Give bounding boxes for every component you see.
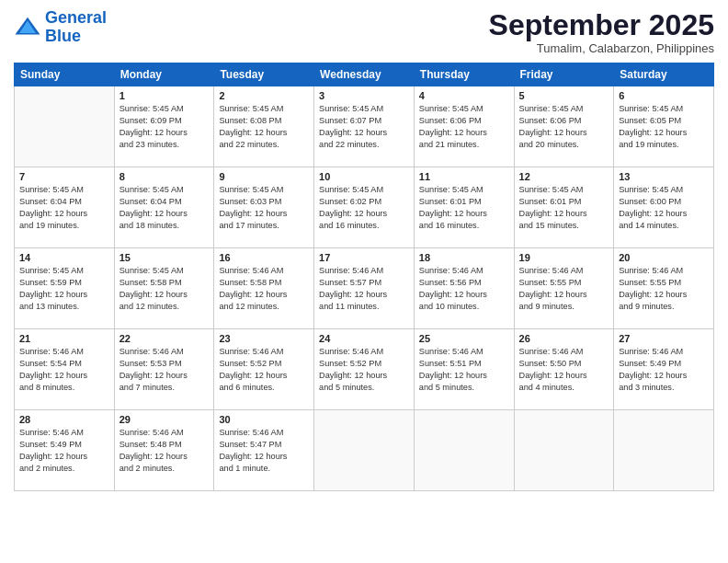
cell-info: Sunrise: 5:46 AMSunset: 5:52 PMDaylight:… (319, 346, 409, 394)
header-friday: Friday (514, 63, 614, 86)
cell-info: Sunrise: 5:45 AMSunset: 6:01 PMDaylight:… (419, 184, 509, 232)
cell-info: Sunrise: 5:45 AMSunset: 6:08 PMDaylight:… (219, 103, 309, 151)
day-number: 5 (519, 90, 609, 101)
calendar-cell (314, 410, 415, 491)
day-number: 1 (119, 90, 210, 101)
day-number: 4 (419, 90, 509, 101)
cell-info: Sunrise: 5:46 AMSunset: 5:56 PMDaylight:… (419, 265, 509, 313)
cell-info: Sunrise: 5:45 AMSunset: 6:00 PMDaylight:… (619, 184, 709, 232)
day-number: 15 (119, 252, 210, 263)
day-number: 13 (619, 171, 709, 182)
header-saturday: Saturday (614, 63, 714, 86)
location: Tumalim, Calabarzon, Philippines (489, 41, 714, 55)
header-wednesday: Wednesday (314, 63, 415, 86)
cell-info: Sunrise: 5:46 AMSunset: 5:53 PMDaylight:… (119, 346, 210, 394)
cell-info: Sunrise: 5:45 AMSunset: 6:07 PMDaylight:… (319, 103, 409, 151)
calendar-cell: 23Sunrise: 5:46 AMSunset: 5:52 PMDayligh… (214, 329, 314, 410)
calendar-cell: 13Sunrise: 5:45 AMSunset: 6:00 PMDayligh… (614, 167, 714, 248)
calendar-cell: 2Sunrise: 5:45 AMSunset: 6:08 PMDaylight… (214, 86, 314, 167)
day-number: 23 (219, 333, 309, 344)
day-number: 8 (119, 171, 210, 182)
day-number: 3 (319, 90, 409, 101)
calendar-cell: 4Sunrise: 5:45 AMSunset: 6:06 PMDaylight… (414, 86, 514, 167)
day-number: 18 (419, 252, 509, 263)
header-monday: Monday (114, 63, 214, 86)
calendar-cell (414, 410, 514, 491)
calendar-cell: 30Sunrise: 5:46 AMSunset: 5:47 PMDayligh… (214, 410, 314, 491)
calendar-cell: 14Sunrise: 5:45 AMSunset: 5:59 PMDayligh… (15, 248, 115, 329)
header-thursday: Thursday (414, 63, 514, 86)
cell-info: Sunrise: 5:45 AMSunset: 6:03 PMDaylight:… (219, 184, 309, 232)
calendar-cell: 26Sunrise: 5:46 AMSunset: 5:50 PMDayligh… (514, 329, 614, 410)
cell-info: Sunrise: 5:45 AMSunset: 5:59 PMDaylight:… (19, 265, 109, 313)
day-number: 2 (219, 90, 309, 101)
cell-info: Sunrise: 5:45 AMSunset: 6:06 PMDaylight:… (519, 103, 609, 151)
cell-info: Sunrise: 5:46 AMSunset: 5:55 PMDaylight:… (619, 265, 709, 313)
calendar-cell: 22Sunrise: 5:46 AMSunset: 5:53 PMDayligh… (114, 329, 214, 410)
day-number: 29 (119, 414, 210, 425)
cell-info: Sunrise: 5:46 AMSunset: 5:51 PMDaylight:… (419, 346, 509, 394)
calendar-cell: 7Sunrise: 5:45 AMSunset: 6:04 PMDaylight… (15, 167, 115, 248)
day-number: 20 (619, 252, 709, 263)
cell-info: Sunrise: 5:45 AMSunset: 6:02 PMDaylight:… (319, 184, 409, 232)
day-number: 11 (419, 171, 509, 182)
calendar-cell: 5Sunrise: 5:45 AMSunset: 6:06 PMDaylight… (514, 86, 614, 167)
header-tuesday: Tuesday (214, 63, 314, 86)
calendar-week-5: 28Sunrise: 5:46 AMSunset: 5:49 PMDayligh… (15, 410, 714, 491)
calendar-cell: 1Sunrise: 5:45 AMSunset: 6:09 PMDaylight… (114, 86, 214, 167)
calendar-cell: 16Sunrise: 5:46 AMSunset: 5:58 PMDayligh… (214, 248, 314, 329)
calendar-cell: 20Sunrise: 5:46 AMSunset: 5:55 PMDayligh… (614, 248, 714, 329)
calendar-cell: 24Sunrise: 5:46 AMSunset: 5:52 PMDayligh… (314, 329, 415, 410)
cell-info: Sunrise: 5:46 AMSunset: 5:58 PMDaylight:… (219, 265, 309, 313)
day-number: 21 (19, 333, 109, 344)
calendar-cell: 17Sunrise: 5:46 AMSunset: 5:57 PMDayligh… (314, 248, 415, 329)
cell-info: Sunrise: 5:46 AMSunset: 5:49 PMDaylight:… (619, 346, 709, 394)
calendar-week-4: 21Sunrise: 5:46 AMSunset: 5:54 PMDayligh… (15, 329, 714, 410)
day-number: 26 (519, 333, 609, 344)
calendar-cell: 11Sunrise: 5:45 AMSunset: 6:01 PMDayligh… (414, 167, 514, 248)
calendar-cell: 9Sunrise: 5:45 AMSunset: 6:03 PMDaylight… (214, 167, 314, 248)
calendar-week-3: 14Sunrise: 5:45 AMSunset: 5:59 PMDayligh… (15, 248, 714, 329)
calendar-header-row: Sunday Monday Tuesday Wednesday Thursday… (15, 63, 714, 86)
cell-info: Sunrise: 5:46 AMSunset: 5:47 PMDaylight:… (219, 427, 309, 475)
cell-info: Sunrise: 5:45 AMSunset: 6:06 PMDaylight:… (419, 103, 509, 151)
month-title: September 2025 (489, 9, 714, 41)
calendar-cell: 3Sunrise: 5:45 AMSunset: 6:07 PMDaylight… (314, 86, 415, 167)
day-number: 22 (119, 333, 210, 344)
day-number: 25 (419, 333, 509, 344)
day-number: 19 (519, 252, 609, 263)
day-number: 28 (19, 414, 109, 425)
cell-info: Sunrise: 5:45 AMSunset: 6:09 PMDaylight:… (119, 103, 210, 151)
calendar-table: Sunday Monday Tuesday Wednesday Thursday… (14, 63, 714, 491)
calendar-cell: 12Sunrise: 5:45 AMSunset: 6:01 PMDayligh… (514, 167, 614, 248)
calendar-cell: 25Sunrise: 5:46 AMSunset: 5:51 PMDayligh… (414, 329, 514, 410)
cell-info: Sunrise: 5:46 AMSunset: 5:55 PMDaylight:… (519, 265, 609, 313)
calendar-cell: 18Sunrise: 5:46 AMSunset: 5:56 PMDayligh… (414, 248, 514, 329)
day-number: 17 (319, 252, 409, 263)
cell-info: Sunrise: 5:46 AMSunset: 5:48 PMDaylight:… (119, 427, 210, 475)
cell-info: Sunrise: 5:46 AMSunset: 5:52 PMDaylight:… (219, 346, 309, 394)
calendar-cell: 27Sunrise: 5:46 AMSunset: 5:49 PMDayligh… (614, 329, 714, 410)
day-number: 14 (19, 252, 109, 263)
calendar-cell: 15Sunrise: 5:45 AMSunset: 5:58 PMDayligh… (114, 248, 214, 329)
day-number: 24 (319, 333, 409, 344)
cell-info: Sunrise: 5:45 AMSunset: 6:04 PMDaylight:… (19, 184, 109, 232)
cell-info: Sunrise: 5:46 AMSunset: 5:54 PMDaylight:… (19, 346, 109, 394)
header-sunday: Sunday (15, 63, 115, 86)
day-number: 9 (219, 171, 309, 182)
calendar-cell (614, 410, 714, 491)
cell-info: Sunrise: 5:45 AMSunset: 5:58 PMDaylight:… (119, 265, 210, 313)
calendar-cell: 19Sunrise: 5:46 AMSunset: 5:55 PMDayligh… (514, 248, 614, 329)
logo-line1: General (45, 8, 107, 27)
day-number: 7 (19, 171, 109, 182)
day-number: 27 (619, 333, 709, 344)
calendar-cell: 28Sunrise: 5:46 AMSunset: 5:49 PMDayligh… (15, 410, 115, 491)
calendar-week-1: 1Sunrise: 5:45 AMSunset: 6:09 PMDaylight… (15, 86, 714, 167)
cell-info: Sunrise: 5:45 AMSunset: 6:04 PMDaylight:… (119, 184, 210, 232)
header: General Blue September 2025 Tumalim, Cal… (14, 9, 714, 55)
logo-text: General Blue (45, 9, 107, 46)
logo-line2: Blue (45, 27, 81, 45)
day-number: 12 (519, 171, 609, 182)
cell-info: Sunrise: 5:45 AMSunset: 6:01 PMDaylight:… (519, 184, 609, 232)
title-section: September 2025 Tumalim, Calabarzon, Phil… (489, 9, 714, 55)
